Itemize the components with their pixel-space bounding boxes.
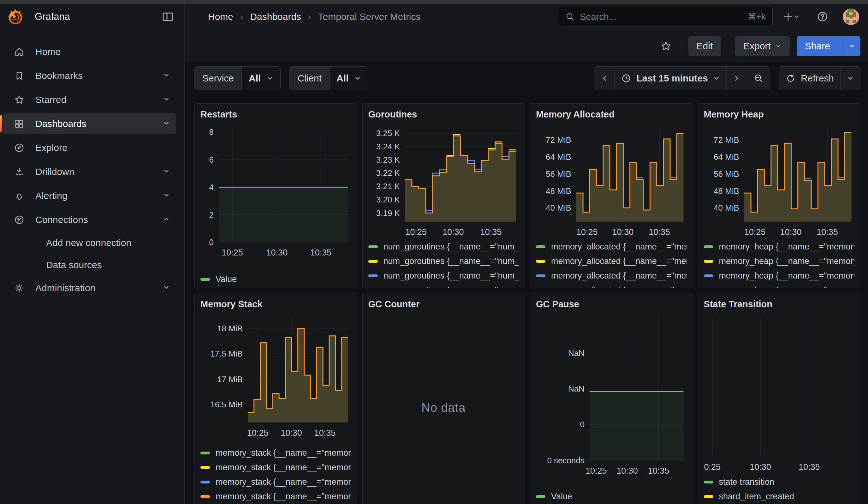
legend-swatch — [704, 260, 713, 263]
sidebar-item-data-sources[interactable]: Data sources — [3, 256, 176, 275]
variable-client-value[interactable]: All — [329, 66, 368, 90]
sidebar-item-bookmarks[interactable]: Bookmarks — [3, 65, 176, 86]
legend-swatch — [704, 245, 713, 248]
panel-title[interactable]: Memory Heap — [704, 109, 855, 120]
legend-item[interactable]: memory_heap {__name__="memory_h — [704, 241, 855, 252]
sidebar-item-add-new-connection[interactable]: Add new connection — [3, 233, 176, 252]
window-top-strip — [0, 0, 868, 4]
panel-title[interactable]: Goroutines — [368, 109, 519, 120]
add-new-button[interactable] — [780, 9, 802, 25]
chevron-down-icon — [849, 43, 855, 49]
legend-item[interactable]: memory_allocated {__name__="memo — [536, 241, 687, 252]
svg-text:10:25: 10:25 — [744, 227, 766, 237]
legend-swatch — [200, 495, 210, 498]
home-icon — [14, 47, 24, 57]
legend-item[interactable]: memory_allocated {__name__="memo — [536, 270, 687, 281]
panel-title[interactable]: Memory Allocated — [536, 109, 687, 120]
legend: memory_allocated {__name__="memomemory_a… — [536, 241, 687, 288]
svg-text:64 MiB: 64 MiB — [714, 152, 739, 162]
svg-text:3.24 K: 3.24 K — [376, 142, 400, 151]
legend-label: memory_heap {__name__="memory_h — [719, 271, 855, 281]
time-range-picker[interactable]: Last 15 minutes — [614, 66, 726, 90]
chevron-down-icon — [163, 96, 170, 104]
sidebar-item-starred[interactable]: Starred — [3, 89, 176, 110]
dashboard-toolbar: Edit Export Share — [185, 30, 868, 62]
breadcrumb-dashboards[interactable]: Dashboards — [250, 11, 301, 22]
time-shift-forward-button[interactable] — [726, 66, 747, 90]
sidebar-collapse-button[interactable] — [159, 8, 177, 25]
zoom-out-button[interactable] — [747, 66, 770, 90]
bookmark-icon — [14, 70, 24, 81]
legend-item[interactable]: memory_stack {__name__="memory_s — [200, 462, 351, 473]
favorite-star-button[interactable] — [658, 38, 674, 54]
edit-button[interactable]: Edit — [689, 36, 721, 56]
legend-item[interactable]: num_goroutines {__name__="num_go — [368, 285, 519, 288]
legend-item[interactable]: num_goroutines {__name__="num_go — [368, 256, 519, 267]
memory-heap-chart[interactable]: 40 MiB48 MiB56 MiB64 MiB72 MiB10:2510:30… — [704, 124, 855, 239]
sidebar-item-home[interactable]: Home — [3, 41, 176, 62]
panel-title[interactable]: Restarts — [200, 109, 351, 120]
svg-text:64 MiB: 64 MiB — [546, 152, 571, 162]
legend-item[interactable]: memory_heap {__name__="memory_h — [704, 285, 855, 288]
sidebar-item-administration[interactable]: Administration — [3, 278, 176, 298]
help-button[interactable] — [814, 8, 831, 25]
sidebar: Grafana Home Bookmarks Starred — [0, 4, 185, 504]
export-button[interactable]: Export — [735, 36, 790, 56]
variable-client-label: Client — [290, 66, 329, 90]
svg-text:3.25 K: 3.25 K — [376, 128, 400, 138]
svg-text:40 MiB: 40 MiB — [714, 203, 739, 213]
search-box[interactable]: ⌘+k — [558, 7, 773, 27]
sidebar-item-explore[interactable]: Explore — [3, 137, 176, 158]
svg-text:10:25: 10:25 — [405, 227, 427, 237]
chart-canvas: 0 seconds0NaNNaN10:2510:3010:35 — [536, 314, 687, 478]
grafana-logo-icon[interactable] — [7, 8, 24, 25]
share-menu-caret[interactable] — [843, 36, 860, 56]
legend-item[interactable]: memory_allocated {__name__="memo — [536, 256, 687, 267]
legend-label: memory_allocated {__name__="memo — [551, 256, 687, 266]
breadcrumb-home[interactable]: Home — [208, 11, 233, 22]
share-button[interactable]: Share — [797, 36, 860, 56]
sidebar-item-drilldown[interactable]: Drilldown — [3, 161, 176, 182]
legend-item[interactable]: memory_stack {__name__="memory_s — [200, 476, 351, 487]
memory-allocated-chart[interactable]: 40 MiB48 MiB56 MiB64 MiB72 MiB10:2510:30… — [536, 124, 687, 239]
legend-item[interactable]: num_goroutines {__name__="num_go — [368, 270, 519, 281]
variable-service-value[interactable]: All — [241, 66, 280, 90]
restarts-chart[interactable]: 0246810:2510:3010:35 — [200, 124, 351, 260]
time-shift-back-button[interactable] — [595, 66, 614, 90]
panel-title[interactable]: GC Counter — [368, 299, 519, 309]
panel-title[interactable]: Memory Stack — [200, 299, 351, 309]
refresh-interval-caret[interactable] — [840, 66, 860, 90]
panel-memory-heap: Memory Heap 40 MiB48 MiB56 MiB64 MiB72 M… — [698, 103, 861, 288]
panel-title[interactable]: GC Pause — [536, 299, 687, 309]
plus-icon — [783, 11, 794, 22]
legend-item[interactable]: Value — [536, 491, 687, 502]
refresh-button[interactable]: Refresh — [779, 66, 840, 90]
sidebar-item-alerting[interactable]: Alerting — [3, 185, 176, 206]
sidebar-item-connections[interactable]: Connections — [3, 209, 176, 230]
legend-item[interactable]: memory_stack {__name__="memory_s — [200, 448, 351, 458]
legend-swatch — [200, 481, 210, 483]
svg-text:3.23 K: 3.23 K — [376, 155, 400, 165]
memory-stack-chart[interactable]: 16.5 MiB17 MiB17.5 MiB18 MiB10:2510:3010… — [200, 314, 351, 440]
legend-item[interactable]: memory_allocated {__name__="memo — [536, 285, 687, 288]
legend-item[interactable]: memory_heap {__name__="memory_h — [704, 256, 855, 267]
sidebar-item-dashboards[interactable]: Dashboards — [3, 113, 176, 134]
search-shortcut: ⌘+k — [748, 12, 765, 22]
legend-item[interactable]: num_goroutines {__name__="num_go — [368, 241, 519, 252]
avatar[interactable] — [843, 9, 859, 25]
legend-item[interactable]: shard_item_created — [704, 491, 855, 502]
legend-swatch — [704, 275, 713, 277]
panel-title[interactable]: State Transition — [704, 299, 855, 309]
gc-pause-chart[interactable]: 0 seconds0NaNNaN10:2510:3010:35 — [536, 314, 687, 478]
search-input[interactable] — [580, 12, 743, 22]
goroutines-chart[interactable]: 3.19 K3.20 K3.21 K3.22 K3.23 K3.24 K3.25… — [368, 124, 519, 239]
star-icon — [14, 94, 24, 105]
legend-item[interactable]: Value — [200, 274, 351, 285]
legend: state transitionshard_item_created — [704, 476, 855, 502]
dock-sidebar-icon — [162, 10, 174, 23]
legend-item[interactable]: memory_stack {__name__="memory_s — [200, 491, 351, 502]
legend-item[interactable]: memory_heap {__name__="memory_h — [704, 270, 855, 281]
legend-item[interactable]: state transition — [704, 476, 855, 487]
state-transition-chart[interactable]: 0:2510:3010:35 — [704, 314, 855, 474]
legend-label: memory_heap {__name__="memory_h — [719, 286, 855, 288]
